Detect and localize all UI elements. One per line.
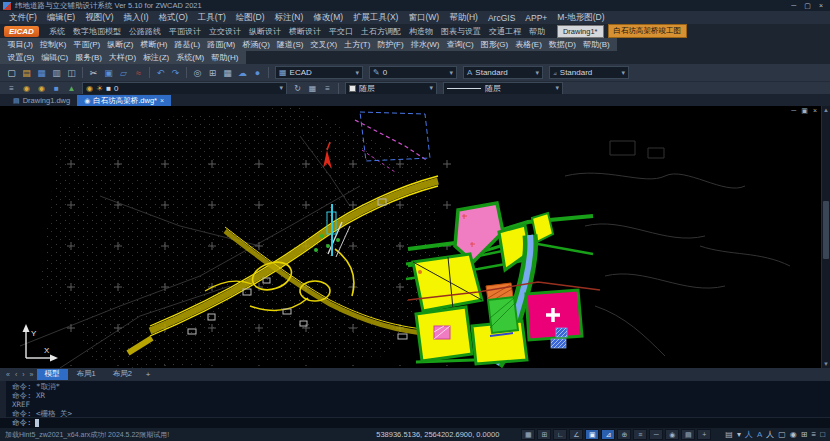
eicad-item-cross-section[interactable]: 横断设计 bbox=[285, 26, 325, 37]
eicad-item-route[interactable]: 公路路线 bbox=[125, 26, 165, 37]
polar-toggle[interactable]: ∠ bbox=[569, 429, 583, 440]
table-icon[interactable]: ⊞ bbox=[205, 66, 220, 80]
viewport-close-button[interactable]: × bbox=[813, 107, 817, 115]
annotation-toggle[interactable]: + bbox=[697, 429, 711, 440]
eicad-item-plan[interactable]: 平面设计 bbox=[165, 26, 205, 37]
grid-display-icon[interactable]: ▦ bbox=[220, 66, 235, 80]
find-icon[interactable]: ◎ bbox=[190, 66, 205, 80]
menu-item-modify[interactable]: 修改(M) bbox=[308, 12, 348, 24]
hint-item-bridge[interactable]: 桥涵(Q) bbox=[239, 39, 274, 50]
eicad-item-structures[interactable]: 构造物 bbox=[405, 26, 437, 37]
eicad-drawing-tab[interactable]: Drawing1* bbox=[557, 25, 604, 38]
ortho-toggle[interactable]: ∟ bbox=[553, 429, 567, 440]
close-button[interactable]: × bbox=[819, 2, 823, 10]
layer-match-icon[interactable]: ≡ bbox=[320, 83, 335, 94]
hint-item-tables[interactable]: 表格(E) bbox=[512, 39, 546, 50]
tab-model[interactable]: 模型 bbox=[37, 369, 68, 380]
plot-icon[interactable]: ▥ bbox=[49, 66, 64, 80]
menu-item-help[interactable]: 帮助(H) bbox=[444, 12, 483, 24]
menu-item-app-plus[interactable]: APP+ bbox=[520, 13, 552, 23]
eicad-item-intersection[interactable]: 平交口 bbox=[325, 26, 357, 37]
layer-properties-icon[interactable]: ≡ bbox=[4, 83, 19, 94]
vertical-scrollbar[interactable]: ▲ ▼ bbox=[821, 106, 830, 368]
customize-icon[interactable]: ≡ bbox=[811, 430, 816, 439]
maximize-button[interactable]: ▢ bbox=[804, 2, 811, 10]
hint-item-project[interactable]: 项目(J) bbox=[4, 39, 36, 50]
grid-toggle[interactable]: ⊞ bbox=[537, 429, 551, 440]
style-control-dropdown[interactable]: ✎ 0 ▾ bbox=[369, 66, 457, 79]
dim-style-dropdown[interactable]: ⟓ Standard ▾ bbox=[549, 66, 629, 79]
autoscale-icon[interactable]: A bbox=[757, 430, 762, 439]
layer-lock-icon[interactable]: ▲ bbox=[64, 83, 79, 94]
ducs-toggle[interactable]: ⊕ bbox=[617, 429, 631, 440]
cut-icon[interactable]: ✂ bbox=[86, 66, 101, 80]
hint-item-graphics[interactable]: 图形(G) bbox=[477, 39, 512, 50]
hint-item-control[interactable]: 控制(K) bbox=[36, 39, 70, 50]
match-properties-icon[interactable]: ≈ bbox=[131, 66, 146, 80]
scale-list-icon[interactable]: ▾ bbox=[737, 430, 741, 439]
layer-on-icon[interactable]: ◉ bbox=[34, 83, 49, 94]
new-icon[interactable]: ▢ bbox=[4, 66, 19, 80]
cloud-icon[interactable]: ☁ bbox=[235, 66, 250, 80]
layer-states-icon[interactable]: ◉ bbox=[19, 83, 34, 94]
annotation-visibility-icon[interactable]: 人 bbox=[745, 429, 753, 440]
menu-item-window[interactable]: 窗口(W) bbox=[403, 12, 444, 24]
eicad-item-interchange[interactable]: 立交设计 bbox=[205, 26, 245, 37]
hint-item-subgrade[interactable]: 路基(L) bbox=[171, 39, 204, 50]
command-history[interactable]: 命令: *取消* 命令: XR XREF 命令: <栅格 关> bbox=[0, 380, 830, 417]
menu-item-draw[interactable]: 绘图(D) bbox=[231, 12, 270, 24]
sub-item-service[interactable]: 服务(B) bbox=[72, 52, 106, 63]
eicad-item-profile[interactable]: 纵断设计 bbox=[245, 26, 285, 37]
layer-control-dropdown[interactable]: ▦ ECAD ▾ bbox=[275, 66, 363, 79]
model-space-icon[interactable]: ▤ bbox=[725, 430, 733, 439]
cycling-toggle[interactable]: ▤ bbox=[681, 429, 695, 440]
menu-item-tools[interactable]: 工具(T) bbox=[193, 12, 231, 24]
eicad-item-traffic[interactable]: 交通工程 bbox=[485, 26, 525, 37]
viewport-restore-button[interactable]: ▣ bbox=[801, 107, 808, 115]
fullscreen-icon[interactable]: □ bbox=[820, 430, 825, 439]
undo-icon[interactable]: ↶ bbox=[153, 66, 168, 80]
hardware-accel-icon[interactable]: ⊞ bbox=[801, 430, 808, 439]
last-tab-icon[interactable]: » bbox=[28, 371, 36, 378]
scroll-down-icon[interactable]: ▼ bbox=[823, 360, 829, 368]
hint-item-plan[interactable]: 平面(P) bbox=[70, 39, 104, 50]
prev-tab-icon[interactable]: ‹ bbox=[13, 371, 19, 378]
hint-item-help[interactable]: 帮助(B) bbox=[579, 39, 613, 50]
dyn-toggle[interactable]: ≡ bbox=[633, 429, 647, 440]
otrack-toggle[interactable]: ⊿ bbox=[601, 429, 615, 440]
sub-item-help[interactable]: 帮助(H) bbox=[208, 52, 242, 63]
drawing-viewport[interactable]: Y X ─ ▣ × ▲ ▼ bbox=[0, 106, 830, 368]
hint-item-protection[interactable]: 防护(F) bbox=[374, 39, 407, 50]
menu-item-m-terrain[interactable]: M-地形图(D) bbox=[552, 12, 609, 24]
hint-item-tunnel[interactable]: 隧道(S) bbox=[273, 39, 307, 50]
hint-item-query[interactable]: 查询(C) bbox=[443, 39, 477, 50]
hint-item-cross-section[interactable]: 横断(H) bbox=[137, 39, 171, 50]
doc-tab-active[interactable]: ◉ 白石坊高架桥.dwg* × bbox=[77, 95, 171, 106]
sub-item-detail[interactable]: 大样(D) bbox=[105, 52, 139, 63]
add-layout-button[interactable]: + bbox=[141, 370, 156, 379]
sub-item-system[interactable]: 系统(M) bbox=[173, 52, 208, 63]
workspace-icon[interactable]: 人 bbox=[766, 429, 774, 440]
sub-item-annotation[interactable]: 标注(Z) bbox=[140, 52, 173, 63]
cad-canvas[interactable]: Y X bbox=[0, 106, 830, 368]
menu-item-arcgis[interactable]: ArcGIS bbox=[483, 13, 520, 23]
menu-item-dimension[interactable]: 标注(N) bbox=[270, 12, 309, 24]
eicad-item-system[interactable]: 系统 bbox=[45, 26, 69, 37]
paste-icon[interactable]: ▱ bbox=[116, 66, 131, 80]
eicad-item-help[interactable]: 帮助 bbox=[525, 26, 549, 37]
close-tab-icon[interactable]: × bbox=[160, 97, 164, 104]
eicad-item-charts[interactable]: 图表与设置 bbox=[437, 26, 485, 37]
doc-tab-drawing1[interactable]: ▤ Drawing1.dwg bbox=[6, 95, 77, 106]
scrollbar-thumb[interactable] bbox=[823, 201, 829, 259]
redo-icon[interactable]: ↷ bbox=[168, 66, 183, 80]
sub-item-settings[interactable]: 设置(S) bbox=[4, 52, 38, 63]
layer-list-dropdown[interactable]: ◉ ☀ ■ 0 ▾ bbox=[82, 82, 287, 95]
command-input[interactable]: 命令: bbox=[0, 417, 830, 428]
menu-item-express[interactable]: 扩展工具(X) bbox=[348, 12, 403, 24]
menu-item-file[interactable]: 文件(F) bbox=[4, 12, 42, 24]
transparency-toggle[interactable]: ◉ bbox=[665, 429, 679, 440]
menu-item-edit[interactable]: 编辑(E) bbox=[42, 12, 80, 24]
hint-item-earthwork[interactable]: 土方(T) bbox=[341, 39, 374, 50]
menu-item-insert[interactable]: 插入(I) bbox=[119, 12, 154, 24]
linetype-control-dropdown[interactable]: 随层 ▾ bbox=[443, 82, 563, 95]
